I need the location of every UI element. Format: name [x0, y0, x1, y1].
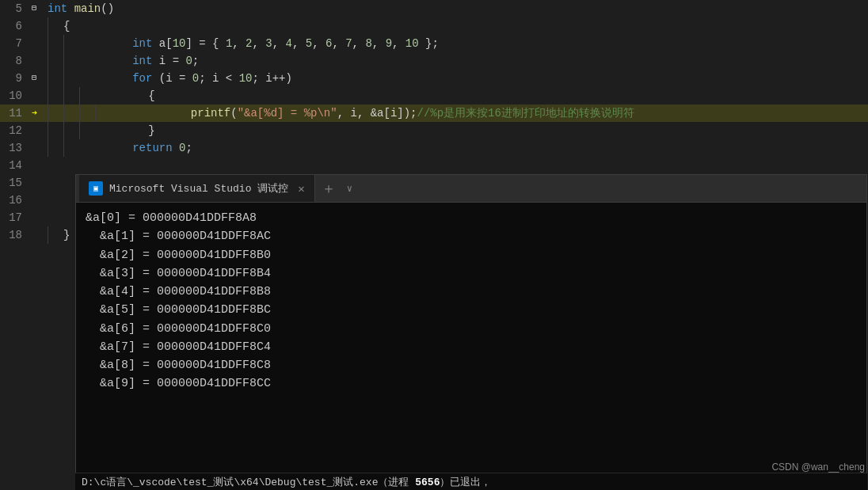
terminal-line-8: &a[8] = 000000D41DDFF8C8 [86, 356, 857, 374]
line-number-9: 9 [0, 70, 32, 87]
terminal-line-4: &a[4] = 000000D41DDFF8B8 [86, 283, 857, 301]
terminal-tab-icon: ▣ [89, 181, 103, 196]
terminal-line-0: &a[0] = 000000D41DDFF8A8 [86, 209, 857, 227]
line-number-13: 13 [0, 139, 32, 157]
line-content-5: int main() [48, 0, 114, 17]
code-line-9: 9 ⊟ for (i = 0; i < 10; i++) [0, 70, 868, 87]
terminal-line-2: &a[2] = 000000D41DDFF8B0 [86, 246, 857, 264]
indent-bar-11a [48, 104, 48, 122]
watermark: CSDN @wan__cheng [771, 462, 865, 473]
terminal-tab-label: Microsoft Visual Studio 调试控 [109, 181, 288, 196]
indent-bar-10b [63, 87, 64, 104]
indent-bar-6 [48, 17, 48, 35]
indent-bar-11d [95, 104, 96, 122]
code-line-5: 5 ⊟ int main() [0, 0, 868, 17]
line-number-16: 16 [0, 192, 32, 209]
indent-bar-11c [79, 104, 80, 122]
code-line-6: 6 { [0, 17, 868, 35]
terminal-line-1: &a[1] = 000000D41DDFF8AC [86, 227, 857, 245]
indent-bar-13a [48, 139, 48, 157]
indent-bar-8b [63, 52, 64, 70]
indent-bar-12a [48, 122, 48, 139]
indent-9 [48, 70, 79, 87]
bottom-status-bar: D:\c语言\_vscode\test_测试\x64\Debug\test_测试… [75, 473, 867, 490]
line-content-18: } [63, 226, 70, 244]
line-number-18: 18 [0, 226, 32, 244]
bottom-status-text: D:\c语言\_vscode\test_测试\x64\Debug\test_测试… [82, 475, 491, 489]
code-line-11: 11 ➔ printf("&a[%d] = %p\n", i, &a[i]);/… [0, 104, 868, 122]
indent-bar-7a [48, 35, 48, 52]
line-content-11: printf("&a[%d] = %p\n", i, &a[i]);//%p是用… [111, 104, 634, 122]
indent-bar-10a [48, 87, 48, 104]
terminal-line-5: &a[5] = 000000D41DDFF8BC [86, 301, 857, 319]
indent-bar-18a [48, 226, 48, 244]
line-content-9: for (i = 0; i < 10; i++) [79, 70, 292, 87]
line-content-7: int a[10] = { 1, 2, 3, 4, 5, 6, 7, 8, 9,… [79, 35, 439, 52]
line-number-12: 12 [0, 122, 32, 139]
collapse-icon-5[interactable]: ⊟ [32, 0, 36, 17]
line-number-15: 15 [0, 174, 32, 192]
indent-18 [48, 226, 63, 244]
terminal-output: &a[0] = 000000D41DDFF8A8 &a[1] = 000000D… [76, 203, 866, 486]
line-content-13: return 0; [79, 139, 192, 157]
line-number-11: 11 [0, 104, 32, 122]
indent-13 [48, 139, 79, 157]
line-number-14: 14 [0, 157, 32, 174]
watermark-text: CSDN @wan__cheng [771, 462, 865, 473]
terminal-tab-chevron[interactable]: ∨ [342, 183, 357, 195]
terminal-line-9: &a[9] = 000000D41DDFF8CC [86, 374, 857, 393]
terminal-tab-bar: ▣ Microsoft Visual Studio 调试控 ✕ ＋ ∨ [76, 175, 866, 203]
terminal-tab-add[interactable]: ＋ [315, 179, 342, 198]
code-line-7: 7 int a[10] = { 1, 2, 3, 4, 5, 6, 7, 8, … [0, 35, 868, 52]
indent-6 [48, 17, 63, 35]
process-id: 5656 [415, 477, 440, 488]
indent-bar-10c [79, 87, 80, 104]
line-number-10: 10 [0, 87, 32, 104]
line-gutter-11: ➔ [32, 104, 48, 122]
code-line-12: 12 } [0, 122, 868, 139]
terminal-tab-close[interactable]: ✕ [298, 182, 304, 196]
line-number-6: 6 [0, 17, 32, 35]
terminal-line-6: &a[6] = 000000D41DDFF8C0 [86, 320, 857, 338]
indent-12 [48, 122, 95, 139]
indent-bar-12c [79, 122, 80, 139]
indent-10 [48, 87, 95, 104]
indent-bar-8a [48, 52, 48, 70]
terminal-line-3: &a[3] = 000000D41DDFF8B4 [86, 264, 857, 283]
line-content-10: { [95, 87, 155, 104]
line-number-17: 17 [0, 209, 32, 226]
indent-bar-13b [63, 139, 64, 157]
line-gutter-5: ⊟ [32, 0, 48, 17]
indent-bar-9b [63, 70, 64, 87]
indent-7 [48, 35, 79, 52]
indent-bar-12b [63, 122, 64, 139]
debug-arrow-11: ➔ [32, 104, 37, 122]
indent-bar-11b [63, 104, 64, 122]
indent-bar-7b [63, 35, 64, 52]
code-line-10: 10 { [0, 87, 868, 104]
code-line-14: 14 [0, 157, 868, 174]
code-line-13: 13 return 0; [0, 139, 868, 157]
terminal-panel: ▣ Microsoft Visual Studio 调试控 ✕ ＋ ∨ &a[0… [75, 174, 867, 487]
line-number-8: 8 [0, 52, 32, 70]
line-number-5: 5 [0, 0, 32, 17]
indent-bar-9a [48, 70, 48, 87]
terminal-tab-debug[interactable]: ▣ Microsoft Visual Studio 调试控 ✕ [79, 175, 315, 202]
indent-8 [48, 52, 79, 70]
line-gutter-9: ⊟ [32, 70, 48, 87]
line-content-6: { [63, 17, 70, 35]
terminal-line-7: &a[7] = 000000D41DDFF8C4 [86, 338, 857, 356]
line-content-12: } [95, 122, 155, 139]
line-content-8: int i = 0; [79, 52, 199, 70]
line-number-7: 7 [0, 35, 32, 52]
collapse-icon-9[interactable]: ⊟ [32, 70, 36, 87]
code-line-8: 8 int i = 0; [0, 52, 868, 70]
indent-11 [48, 104, 111, 122]
